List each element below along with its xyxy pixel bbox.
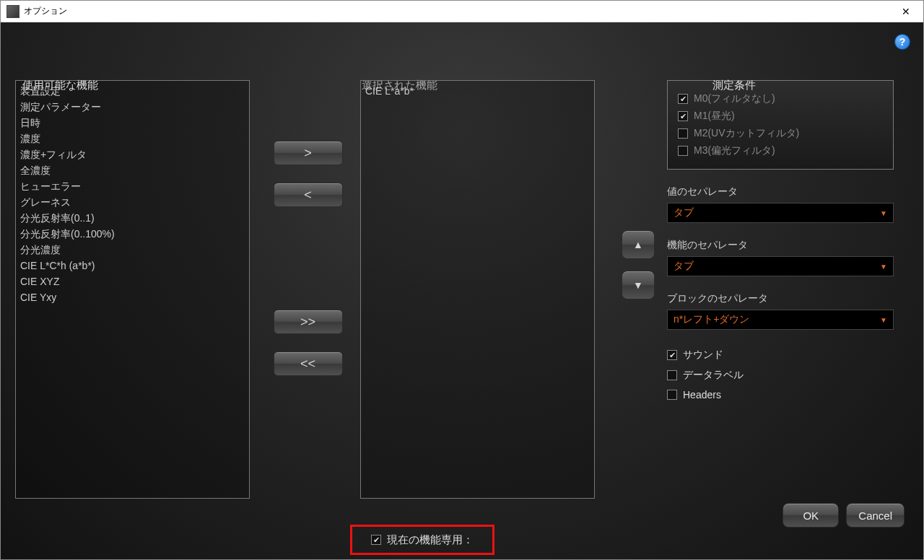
client-area: ? 使用可能な機能 選択された機能 測定条件 装置設定測定パラメーター日時濃度濃… [1,22,923,559]
checkbox-icon [667,370,677,380]
list-item[interactable]: 分光反射率(0..100%) [20,226,245,242]
list-item[interactable]: CIE L*C*h (a*b*) [20,258,245,274]
checkbox-icon[interactable] [371,535,381,545]
func-separator-label: 機能のセパレータ [667,239,913,252]
value-separator-label: 値のセパレータ [667,185,913,198]
move-all-left-button[interactable]: << [274,351,343,376]
window-title: オプション [24,5,890,17]
checkbox-icon [678,94,688,104]
chevron-down-icon: ▼ [880,209,887,217]
chevron-down-icon: ▼ [880,263,887,271]
current-only-label[interactable]: 現在の機能専用： [387,533,474,547]
titlebar: オプション ✕ [1,1,923,22]
chevron-down-icon: ▼ [880,316,887,324]
checkbox-icon [667,350,677,360]
cancel-button[interactable]: Cancel [846,503,905,528]
checkbox-icon [678,146,688,156]
move-up-button[interactable] [622,230,655,259]
condition-label: M3(偏光フィルタ) [694,144,775,157]
list-item[interactable]: グレーネス [20,194,245,210]
list-item[interactable]: 全濃度 [20,162,245,178]
move-all-right-button[interactable]: >> [274,310,343,334]
list-item[interactable]: 日時 [20,115,245,131]
ok-button[interactable]: OK [783,503,839,528]
list-item[interactable]: 分光反射率(0..1) [20,210,245,226]
value-separator-value: タブ [674,206,694,219]
condition-checkbox: M2(UVカットフィルタ) [678,127,883,140]
current-only-highlight: 現在の機能専用： [350,525,494,555]
conditions-label: 測定条件 [712,79,756,92]
block-separator-value: n*レフト+ダウン [674,313,749,326]
datalabel-label: データラベル [683,369,744,382]
list-item[interactable]: 濃度+フィルタ [20,146,245,162]
app-icon [6,5,19,18]
value-separator-dropdown[interactable]: タブ ▼ [667,203,894,223]
move-right-button[interactable]: > [274,141,343,165]
checkbox-icon [667,390,677,400]
headers-label: Headers [683,389,721,401]
list-item[interactable]: 測定パラメーター [20,99,245,115]
condition-label: M0(フィルタなし) [694,92,775,105]
sound-label: サウンド [683,349,723,362]
selected-listbox[interactable]: CIE L*a*b* [360,80,595,499]
list-item[interactable]: CIE L*a*b* [365,83,590,99]
condition-label: M2(UVカットフィルタ) [694,127,799,140]
close-icon[interactable]: ✕ [890,1,922,22]
list-item[interactable]: CIE XYZ [20,274,245,289]
list-item[interactable]: ヒューエラー [20,178,245,194]
headers-checkbox[interactable]: Headers [667,389,913,401]
block-separator-label: ブロックのセパレータ [667,292,913,305]
datalabel-checkbox[interactable]: データラベル [667,369,913,382]
available-label: 使用可能な機能 [22,79,98,92]
list-item[interactable]: CIE Yxy [20,289,245,305]
sound-checkbox[interactable]: サウンド [667,349,913,362]
checkbox-icon [678,128,688,139]
func-separator-value: タブ [674,260,694,273]
available-listbox[interactable]: 装置設定測定パラメーター日時濃度濃度+フィルタ全濃度ヒューエラーグレーネス分光反… [15,80,250,499]
move-left-button[interactable]: < [274,183,343,207]
list-item[interactable]: 分光濃度 [20,242,245,258]
list-item[interactable]: 濃度 [20,131,245,146]
options-dialog: オプション ✕ ? 使用可能な機能 選択された機能 測定条件 装置設定測定パラメ… [0,0,924,560]
conditions-box: M0(フィルタなし)M1(昼光)M2(UVカットフィルタ)M3(偏光フィルタ) [667,80,894,170]
checkbox-icon [678,111,688,121]
block-separator-dropdown[interactable]: n*レフト+ダウン ▼ [667,310,894,330]
condition-checkbox: M3(偏光フィルタ) [678,144,883,157]
move-down-button[interactable] [622,271,655,299]
condition-label: M1(昼光) [694,110,735,123]
condition-checkbox: M1(昼光) [678,110,883,123]
help-icon[interactable]: ? [894,34,910,50]
condition-checkbox: M0(フィルタなし) [678,92,883,105]
func-separator-dropdown[interactable]: タブ ▼ [667,256,894,276]
